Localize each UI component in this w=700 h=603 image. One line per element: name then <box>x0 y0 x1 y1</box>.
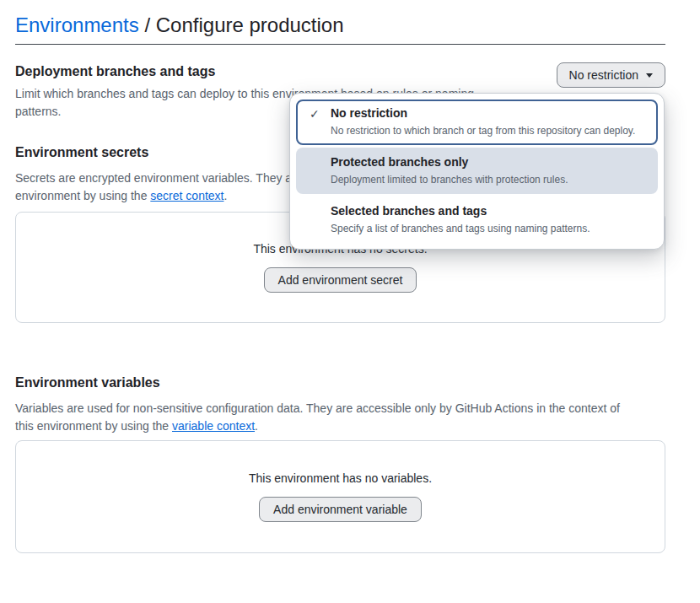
dropdown-item-selected-branches[interactable]: Selected branches and tags Specify a lis… <box>296 197 658 243</box>
dropdown-item-label: Selected branches and tags <box>331 203 648 219</box>
dropdown-item-description: Deployment limited to branches with prot… <box>331 173 648 187</box>
dropdown-caret-icon <box>646 73 653 78</box>
add-environment-secret-button[interactable]: Add environment secret <box>264 267 417 293</box>
environment-variables-description: Variables are used for non-sensitive con… <box>15 400 665 435</box>
breadcrumb-environments-link[interactable]: Environments <box>15 13 139 36</box>
environment-variables-heading: Environment variables <box>15 374 665 392</box>
branch-restriction-select-button[interactable]: No restriction <box>557 62 665 88</box>
variable-context-link[interactable]: variable context <box>172 419 255 433</box>
breadcrumb-separator: / <box>144 13 150 36</box>
secret-context-link[interactable]: secret context <box>150 189 223 202</box>
branch-restriction-dropdown-menu: ✓ No restriction No restriction to which… <box>289 93 665 250</box>
dropdown-item-label: No restriction <box>331 105 648 121</box>
add-environment-variable-button[interactable]: Add environment variable <box>259 497 422 522</box>
variables-empty-box: This environment has no variables. Add e… <box>15 440 665 553</box>
breadcrumb-current: Configure production <box>156 13 344 36</box>
dropdown-item-no-restriction[interactable]: ✓ No restriction No restriction to which… <box>296 100 658 145</box>
title-divider <box>15 44 665 45</box>
dropdown-item-protected-branches[interactable]: Protected branches only Deployment limit… <box>296 148 658 194</box>
check-icon: ✓ <box>310 107 320 121</box>
environment-settings-page: Environments / Configure production Depl… <box>0 0 700 553</box>
deployment-branches-heading: Deployment branches and tags <box>15 62 474 81</box>
variables-empty-text: This environment has no variables. <box>249 471 432 485</box>
dropdown-item-description: Specify a list of branches and tags usin… <box>331 222 648 236</box>
page-title: Environments / Configure production <box>15 13 665 38</box>
dropdown-item-label: Protected branches only <box>331 154 648 170</box>
dropdown-item-description: No restriction to which branch or tag fr… <box>331 124 648 138</box>
